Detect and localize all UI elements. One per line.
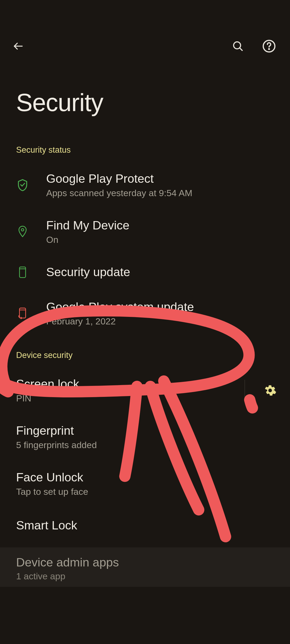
item-sub: PIN xyxy=(16,392,245,404)
svg-point-5 xyxy=(21,229,24,231)
phone-check-icon xyxy=(16,266,29,279)
item-play-protect[interactable]: Google Play Protect Apps scanned yesterd… xyxy=(0,162,290,208)
location-pin-icon xyxy=(16,225,29,238)
item-screen-lock[interactable]: Screen lock PIN xyxy=(0,367,290,414)
vertical-divider xyxy=(245,380,245,401)
item-face-unlock[interactable]: Face Unlock Tap to set up face xyxy=(0,460,290,507)
item-security-update[interactable]: Security update xyxy=(0,255,290,290)
shield-check-icon xyxy=(16,179,29,192)
screen-lock-settings-button[interactable] xyxy=(264,384,277,397)
item-sub: 1 active app xyxy=(16,571,274,581)
item-sub: Apps scanned yesterday at 9:54 AM xyxy=(46,187,277,199)
item-sub: Tap to set up face xyxy=(16,486,277,497)
item-sub: On xyxy=(46,234,277,246)
item-title: Find My Device xyxy=(46,218,277,233)
help-button[interactable] xyxy=(262,39,277,54)
item-title: Google Play Protect xyxy=(46,171,277,186)
item-title: Device admin apps xyxy=(16,555,274,569)
app-bar xyxy=(0,0,290,59)
section-header-security-status: Security status xyxy=(0,138,290,162)
page-title: Security xyxy=(0,59,290,138)
item-title: Security update xyxy=(46,265,277,279)
item-device-admin-apps[interactable]: Device admin apps 1 active app xyxy=(0,547,290,587)
item-title: Fingerprint xyxy=(16,423,277,438)
help-icon xyxy=(262,39,276,53)
svg-rect-8 xyxy=(20,308,26,318)
back-button[interactable] xyxy=(11,39,26,54)
item-smart-lock[interactable]: Smart Lock xyxy=(0,507,290,544)
item-title: Google Play system update xyxy=(46,300,277,314)
item-sub: 5 fingerprints added xyxy=(16,439,277,451)
system-update-warning-icon xyxy=(16,307,29,320)
search-icon xyxy=(231,40,244,53)
arrow-back-icon xyxy=(12,40,24,52)
item-find-my-device[interactable]: Find My Device On xyxy=(0,208,290,255)
search-button[interactable] xyxy=(230,39,245,54)
item-fingerprint[interactable]: Fingerprint 5 fingerprints added xyxy=(0,414,290,460)
svg-line-2 xyxy=(240,48,242,50)
section-header-device-security: Device security xyxy=(0,337,290,367)
item-title: Screen lock xyxy=(16,377,245,391)
item-sub: February 1, 2022 xyxy=(46,315,277,327)
gear-icon xyxy=(264,384,276,397)
item-play-system-update[interactable]: Google Play system update February 1, 20… xyxy=(0,290,290,337)
item-title: Smart Lock xyxy=(16,518,77,532)
svg-point-4 xyxy=(269,49,270,50)
item-title: Face Unlock xyxy=(16,470,277,485)
